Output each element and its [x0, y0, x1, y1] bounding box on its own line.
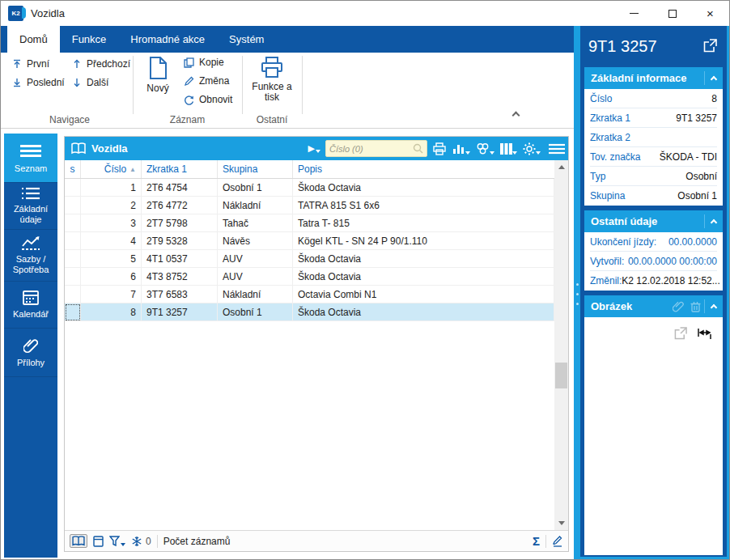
last-button[interactable]: Poslední	[12, 77, 65, 88]
book-icon	[71, 142, 86, 155]
grid-menu-button[interactable]	[549, 143, 565, 155]
table-row[interactable]: 32T7 5798TahačTatra T- 815	[65, 214, 554, 232]
table-row[interactable]: 64T3 8752AUVŠkoda Octavia	[65, 268, 554, 286]
delete-image-button[interactable]	[690, 301, 701, 312]
attach-image-button[interactable]	[673, 300, 684, 312]
group-label-navigace: Navigace	[7, 114, 132, 125]
close-button[interactable]: ×	[691, 1, 729, 26]
column-header-popis[interactable]: Popis	[293, 160, 554, 178]
calendar-icon	[23, 290, 39, 305]
sidebar-item-kalendar[interactable]: Kalendář	[4, 282, 57, 329]
tab-funkce[interactable]: Funkce	[60, 26, 119, 53]
filter-button[interactable]	[109, 536, 125, 546]
arrow-down-bar-icon	[12, 78, 22, 87]
sum-button[interactable]: Σ	[533, 534, 540, 548]
grouping-button[interactable]	[476, 142, 494, 155]
next-button[interactable]: Další	[72, 77, 108, 88]
tab-domu[interactable]: Domů	[7, 26, 60, 53]
edit-button[interactable]	[552, 536, 563, 547]
external-link-icon	[674, 327, 687, 340]
copy-button[interactable]: Kopie	[184, 57, 224, 68]
run-button[interactable]: ▶	[308, 143, 320, 154]
table-row[interactable]: 42T9 5328NávěsKögel KTL - SN 24 P 90/1.1…	[65, 232, 554, 250]
card-icon	[93, 536, 104, 547]
previous-button[interactable]: Předchozí	[72, 58, 130, 70]
close-icon: ×	[707, 7, 714, 19]
minimize-button[interactable]	[615, 1, 653, 26]
collapse-section-button[interactable]	[711, 303, 716, 310]
field-row: Vytvořil:00.00.0000 00:00:00	[590, 252, 717, 271]
group-label-zaznam: Záznam	[134, 114, 241, 125]
search-icon	[413, 143, 423, 154]
search-input[interactable]	[329, 144, 413, 154]
table-row[interactable]: 12T6 4754Osobní 1Škoda Octavia	[65, 179, 554, 197]
printer-icon	[260, 56, 284, 78]
function-print-button[interactable]: Funkce a tisk	[248, 56, 296, 103]
group-label-ostatni: Ostatní	[243, 114, 301, 125]
section-image-header[interactable]: Obrázek	[584, 295, 723, 317]
field-row: SkupinaOsobní 1	[590, 186, 717, 206]
ribbon-group-zaznam: Nový Kopie Změna Obnovit Záznam	[134, 53, 241, 128]
panel-splitter[interactable]	[574, 26, 580, 559]
left-sidebar: Seznam Základní údaje Sazby / Spotřeba K…	[4, 134, 57, 558]
table-row[interactable]: 22T6 4772NákladníTATRA 815 S1 6x6	[65, 197, 554, 214]
flag-counter[interactable]: 0	[131, 536, 151, 547]
book-view-toggle[interactable]	[70, 534, 87, 548]
columns-button[interactable]	[500, 142, 517, 155]
chevron-up-icon	[711, 304, 717, 311]
ribbon-collapse-button[interactable]	[513, 107, 519, 121]
sidebar-item-seznam[interactable]: Seznam	[4, 134, 57, 183]
clover-icon	[476, 142, 490, 155]
grid-status-bar: 0 Počet záznamů Σ	[65, 530, 568, 551]
scrollbar-thumb[interactable]	[555, 363, 567, 388]
section-other-header[interactable]: Ostatní údaje	[584, 210, 723, 232]
maximize-button[interactable]	[653, 1, 691, 26]
tab-hromadne-akce[interactable]: Hromadné akce	[118, 26, 217, 53]
chart-view-button[interactable]	[452, 142, 470, 155]
maximize-icon	[668, 10, 677, 18]
column-header-cislo[interactable]: Číslo▲	[81, 160, 142, 178]
open-detail-button[interactable]	[703, 39, 717, 53]
detail-title: 9T1 3257	[588, 37, 657, 56]
section-other-info: Ostatní údaje Ukončení jízdy:00.00.0000 …	[584, 210, 723, 291]
flag-count: 0	[146, 536, 151, 547]
section-basic-header[interactable]: Základní informace	[584, 67, 723, 89]
scroll-down-button[interactable]	[554, 516, 568, 530]
snowflake-icon	[131, 536, 142, 547]
new-button[interactable]: Nový	[140, 56, 176, 94]
collapse-section-button[interactable]	[711, 218, 716, 225]
refresh-button[interactable]: Obnovit	[184, 94, 232, 105]
paperclip-icon	[673, 300, 684, 312]
column-header-s[interactable]: s	[65, 160, 81, 178]
sidebar-item-zakladni-udaje[interactable]: Základní údaje	[4, 183, 57, 230]
first-button[interactable]: První	[12, 58, 49, 70]
detail-panel: 9T1 3257 Základní informace Číslo8 Zkrat…	[580, 26, 729, 559]
table-row[interactable]: 73T7 6583NákladníOctavia Combi N1	[65, 286, 554, 303]
sidebar-item-prilohy[interactable]: Přílohy	[4, 329, 57, 377]
tab-system[interactable]: Systém	[217, 26, 276, 53]
search-box[interactable]	[325, 140, 427, 157]
settings-button[interactable]	[523, 142, 541, 155]
field-row: Číslo8	[590, 89, 717, 108]
change-button[interactable]: Změna	[184, 75, 229, 87]
sort-ascending-icon: ▲	[129, 166, 136, 173]
column-header-zkratka[interactable]: Zkratka 1	[142, 160, 218, 178]
vertical-scrollbar[interactable]	[554, 160, 568, 530]
sidebar-item-sazby-spotreba[interactable]: Sazby / Spotřeba	[4, 230, 57, 282]
collapse-section-button[interactable]	[711, 74, 716, 82]
table-row-selected[interactable]: 89T1 3257Osobní 1Škoda Octavia	[65, 303, 554, 321]
field-row: TypOsobní	[590, 167, 717, 186]
card-view-toggle[interactable]	[93, 536, 104, 547]
print-button[interactable]	[432, 142, 447, 155]
chart-icon	[21, 235, 40, 250]
scroll-up-button[interactable]	[554, 160, 568, 174]
title-bar: K2 Vozidla ×	[1, 1, 729, 26]
table-row[interactable]: 54T1 0537AUVŠkoda Octavia	[65, 250, 554, 268]
field-row: Zkratka 2	[590, 128, 717, 147]
chevron-up-icon	[512, 112, 520, 120]
column-header-skupina[interactable]: Skupina	[218, 160, 293, 178]
columns-icon	[500, 142, 512, 155]
focused-cell[interactable]	[65, 303, 81, 321]
open-image-button[interactable]	[674, 327, 687, 340]
arrow-up-bar-icon	[12, 59, 22, 69]
